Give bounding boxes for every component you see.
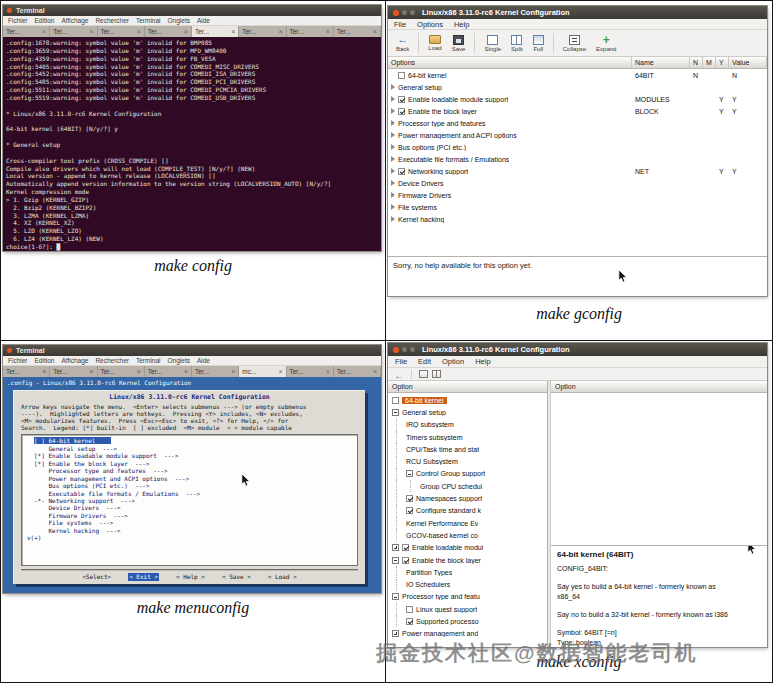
config-row[interactable]: Executable file formats / Emulations — [388, 153, 767, 165]
close-icon[interactable]: × — [326, 28, 330, 35]
minimize-button[interactable] — [402, 10, 407, 15]
menu-terminal[interactable]: Terminal — [136, 357, 161, 364]
maximize-button[interactable] — [410, 347, 415, 352]
terminal-titlebar[interactable]: Terminal — [3, 5, 381, 16]
terminal-output[interactable]: .config:1678:warning: symbol value 'm' i… — [3, 37, 381, 251]
tree-item[interactable]: Processor type and featu — [388, 591, 547, 603]
terminal-tab[interactable]: Ter...× — [98, 366, 145, 377]
menu-aide[interactable]: Aide — [197, 17, 210, 24]
xconfig-titlebar[interactable]: Linux/x86 3.11.0-rc6 Kernel Configuratio… — [388, 343, 767, 356]
checkbox-icon[interactable] — [398, 108, 405, 115]
menu-help[interactable]: Help — [454, 20, 469, 29]
menuconfig-screen[interactable]: .config - Linux/x86 3.11.0-rc6 Kernel Co… — [3, 377, 381, 593]
toolbar-split-button[interactable]: Split — [507, 31, 527, 56]
tree-item[interactable]: General setup — [388, 406, 547, 418]
close-icon[interactable]: × — [89, 28, 93, 35]
menu-onglets[interactable]: Onglets — [168, 357, 190, 364]
dialog-button[interactable]: < Load > — [268, 573, 297, 581]
tree-item[interactable]: CPU/Task time and stat — [388, 443, 547, 455]
close-icon[interactable]: × — [42, 28, 46, 35]
config-row[interactable]: Power management and ACPI options — [388, 129, 767, 141]
detail-column-header[interactable]: Option — [551, 381, 767, 393]
tree-item[interactable]: IRQ subsystem — [388, 419, 547, 431]
terminal-tab[interactable]: Ter...× — [192, 26, 239, 37]
expander-icon[interactable] — [391, 84, 395, 90]
expander-icon[interactable] — [391, 180, 395, 186]
menu-option[interactable]: Option — [442, 357, 464, 366]
tree-item[interactable]: Partition Types — [388, 566, 547, 578]
dialog-button[interactable]: < Help > — [176, 573, 205, 581]
menu-help[interactable]: Help — [475, 357, 490, 366]
config-row[interactable]: Enable the block layerBLOCKYY — [388, 105, 767, 117]
config-row[interactable]: General setup — [388, 81, 767, 93]
menu-fichier[interactable]: Fichier — [8, 357, 28, 364]
toolbar-back-button[interactable]: Back — [392, 31, 413, 56]
terminal-tab[interactable]: Ter...× — [334, 366, 381, 377]
column-header[interactable]: Y — [716, 57, 729, 68]
config-row[interactable]: Firmware Drivers — [388, 189, 767, 201]
config-row[interactable]: Enable loadable module supportMODULESYY — [388, 93, 767, 105]
checkbox-icon[interactable] — [406, 606, 413, 613]
menu-affichage[interactable]: Affichage — [61, 357, 88, 364]
config-row[interactable]: Networking supportNETYY — [388, 165, 767, 177]
terminal-tab[interactable]: Ter...× — [287, 26, 334, 37]
menu-entry[interactable]: [*] Enable the block layer ---> — [22, 460, 357, 467]
close-icon[interactable]: × — [184, 28, 188, 35]
tree-item[interactable]: IO Schedulers — [388, 578, 547, 590]
menu-entry[interactable]: Bus options (PCI etc.) ---> — [22, 482, 357, 489]
terminal-tab[interactable]: Ter...× — [334, 26, 381, 37]
menu-rechercher[interactable]: Rechercher — [95, 357, 129, 364]
option-detail-area[interactable] — [551, 393, 767, 545]
expander-icon[interactable] — [391, 156, 395, 162]
menu-terminal[interactable]: Terminal — [136, 17, 161, 24]
close-button[interactable] — [393, 10, 399, 16]
tree-item[interactable]: Supported processo — [388, 615, 547, 627]
close-icon[interactable]: × — [373, 368, 377, 375]
terminal-tab[interactable]: Ter...× — [3, 366, 50, 377]
tree-item[interactable]: Timers subsystem — [388, 431, 547, 443]
toolbar-save-button[interactable]: Save — [448, 31, 470, 56]
menu-edition[interactable]: Edition — [35, 17, 55, 24]
dialog-button[interactable]: <Select> — [82, 573, 111, 581]
menu-rechercher[interactable]: Rechercher — [95, 17, 129, 24]
close-icon[interactable]: × — [137, 28, 141, 35]
checkbox-icon[interactable] — [406, 495, 413, 502]
menu-options[interactable]: Options — [417, 20, 443, 29]
menu-affichage[interactable]: Affichage — [61, 17, 88, 24]
terminal-tab[interactable]: Ter...× — [145, 366, 192, 377]
gconfig-titlebar[interactable]: Linux/x86 3.11.0-rc6 Kernel Configuratio… — [388, 6, 767, 19]
close-icon[interactable]: × — [278, 28, 282, 35]
column-header[interactable]: Name — [632, 57, 690, 68]
checkbox-icon[interactable] — [406, 618, 413, 625]
menu-entry[interactable]: Firmware Drivers ---> — [22, 512, 357, 519]
tree-item[interactable]: 64-bit kernel — [388, 394, 547, 406]
close-button[interactable] — [7, 348, 12, 353]
expander-icon[interactable] — [391, 120, 395, 126]
tree-item[interactable]: RCU Subsystem — [388, 455, 547, 467]
config-row[interactable]: Processor type and features — [388, 117, 767, 129]
toolbar-collapse-button[interactable]: Collapse — [559, 31, 590, 56]
close-button[interactable] — [393, 347, 399, 353]
expander-icon[interactable] — [391, 204, 395, 210]
terminal-tab[interactable]: mc...× — [239, 366, 286, 377]
tree-column-header[interactable]: Option — [388, 381, 547, 393]
menu-entry[interactable]: Kernel hacking ---> — [22, 527, 357, 534]
checkbox-icon[interactable] — [392, 397, 399, 404]
menu-entry[interactable]: Device Drivers ---> — [22, 504, 357, 511]
toolbar-single-button[interactable]: Single — [480, 31, 505, 56]
split-view-icon[interactable] — [432, 370, 441, 378]
close-icon[interactable]: × — [42, 368, 46, 375]
menu-entry[interactable]: Power management and ACPI options ---> — [22, 475, 357, 482]
config-row[interactable]: Bus options (PCI etc.) — [388, 141, 767, 153]
close-icon[interactable]: × — [278, 368, 282, 375]
toolbar-expand-button[interactable]: Expand — [592, 31, 620, 56]
menu-aide[interactable]: Aide — [197, 357, 210, 364]
expander-icon[interactable] — [391, 144, 395, 150]
terminal-tab[interactable]: Ter...× — [50, 366, 97, 377]
tree-item[interactable]: Linux guest support — [388, 603, 547, 615]
terminal-tab[interactable]: Ter...× — [3, 26, 50, 37]
tree-item[interactable]: Kernel Performance Ev — [388, 517, 547, 529]
menu-entry[interactable]: File systems ---> — [22, 519, 357, 526]
checkbox-icon[interactable] — [398, 72, 405, 79]
tree-item[interactable]: Control Group support — [388, 468, 547, 480]
